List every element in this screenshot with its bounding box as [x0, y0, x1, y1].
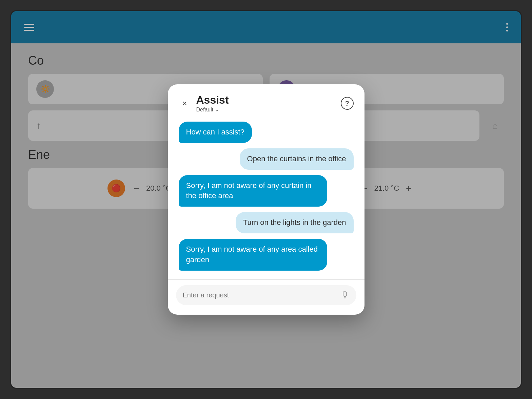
overlay: × Assist Default ⌄ ? How can I assist? O… — [11, 11, 521, 388]
request-input[interactable] — [183, 291, 337, 299]
help-button[interactable]: ? — [341, 97, 354, 110]
input-row: 🎙 — [176, 285, 356, 305]
message-4: Turn on the lights in the garden — [236, 212, 354, 233]
modal-title-block: Assist Default ⌄ — [196, 94, 335, 113]
modal-title: Assist — [196, 94, 335, 106]
chevron-down-icon: ⌄ — [215, 106, 219, 113]
modal-subtitle-text: Default — [196, 107, 214, 113]
device-frame: Co 🔆 🏢 ↑ ✦ ⌂ Ene 🔴 − 20.0 °C — [10, 10, 522, 389]
modal-header: × Assist Default ⌄ ? — [168, 84, 364, 118]
modal-input-area: 🎙 — [168, 279, 364, 315]
chat-area: How can I assist? Open the curtains in t… — [168, 118, 364, 279]
microphone-icon[interactable]: 🎙 — [341, 290, 350, 300]
message-5: Sorry, I am not aware of any area called… — [179, 239, 328, 271]
message-1: How can I assist? — [179, 122, 252, 143]
assist-modal: × Assist Default ⌄ ? How can I assist? O… — [168, 84, 364, 315]
close-button[interactable]: × — [179, 97, 191, 109]
modal-subtitle-button[interactable]: Default ⌄ — [196, 106, 335, 113]
message-3: Sorry, I am not aware of any curtain in … — [179, 175, 328, 207]
message-2: Open the curtains in the office — [240, 148, 354, 170]
